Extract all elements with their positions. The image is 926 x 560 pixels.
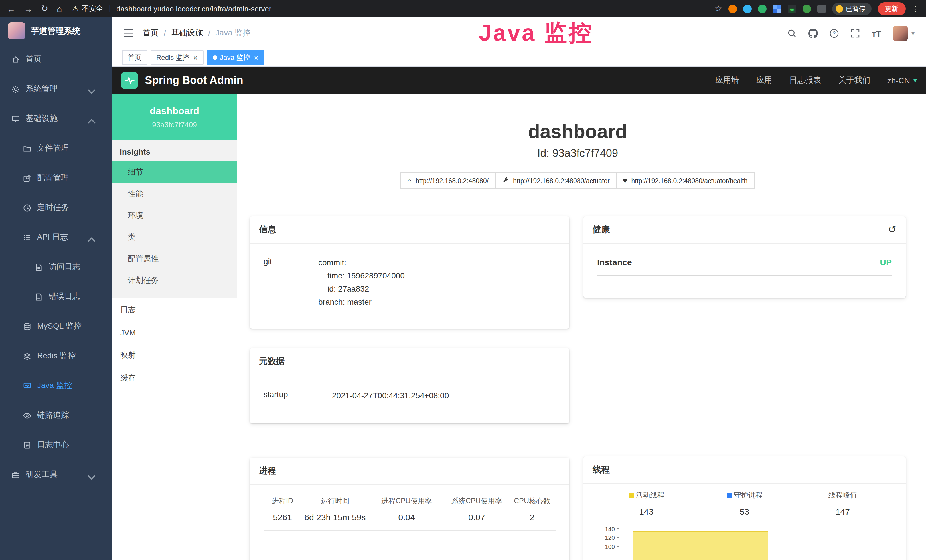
chevron-up-icon xyxy=(87,117,96,126)
instance-header[interactable]: dashboard 93a3fc7f7409 xyxy=(112,94,237,140)
instance-id: 93a3fc7f7409 xyxy=(152,120,197,129)
sidebar-item-error-logs[interactable]: 错误日志 xyxy=(0,282,112,312)
home-icon: ⌂ xyxy=(407,177,412,184)
process-col-process-cpu: 进程CPU使用率 0.04 xyxy=(369,496,445,522)
sidebar-item-dev-tools[interactable]: 研发工具 xyxy=(0,460,112,490)
font-size-icon[interactable]: тT xyxy=(872,28,881,38)
app-title: 芋道管理系统 xyxy=(31,26,80,36)
history-icon[interactable]: ↺ xyxy=(888,225,897,235)
sba-nav-about[interactable]: 关于我们 xyxy=(838,75,870,86)
tab-close-icon[interactable]: × xyxy=(254,54,259,61)
sidebar-item-config-management[interactable]: 配置管理 xyxy=(0,163,112,193)
extension-icon-drop[interactable] xyxy=(743,4,752,13)
sba-nav-applications[interactable]: 应用 xyxy=(756,75,772,86)
sba-menu-item-caches[interactable]: 缓存 xyxy=(112,367,237,390)
caret-down-icon: ▾ xyxy=(911,29,915,37)
sba-menu-item-config-props[interactable]: 配置属性 xyxy=(112,248,237,270)
card-info: 信息 git commit: time: 1596289704000 xyxy=(250,216,569,328)
sidebar-item-log-center[interactable]: 日志中心 xyxy=(0,430,112,460)
legend-swatch-live xyxy=(628,493,633,498)
instance-link-actuator[interactable]: http://192.168.0.2:48080/actuator xyxy=(495,172,617,189)
sba-menu-item-metrics[interactable]: 性能 xyxy=(112,183,237,205)
card-threads: 线程 活动线程 143 xyxy=(584,456,905,560)
user-menu[interactable]: ▾ xyxy=(893,26,915,41)
extension-icon-leaf[interactable] xyxy=(802,4,811,13)
sba-instance-menu: dashboard 93a3fc7f7409 Insights 细节 性能 环境… xyxy=(112,94,237,560)
url-text[interactable]: dashboard.yudao.iocoder.cn/infra/admin-s… xyxy=(117,4,271,13)
sidebar-item-java-monitor[interactable]: Java 监控 xyxy=(0,371,112,401)
sba-brand[interactable]: Spring Boot Admin xyxy=(145,74,243,87)
process-col-system-cpu: 系统CPU使用率 0.07 xyxy=(445,496,509,522)
hamburger-icon[interactable] xyxy=(123,29,133,37)
sidebar-item-mysql-monitor[interactable]: MySQL 监控 xyxy=(0,312,112,341)
instance-link-service[interactable]: ⌂ http://192.168.0.2:48080/ xyxy=(400,172,496,189)
sidebar-item-system[interactable]: 系统管理 xyxy=(0,74,112,104)
instance-name: dashboard xyxy=(150,105,199,117)
extension-icon-on[interactable]: on xyxy=(788,4,796,13)
sba-menu-item-details[interactable]: 细节 xyxy=(112,162,237,183)
back-button[interactable]: ← xyxy=(7,4,15,14)
gear-icon xyxy=(11,85,20,93)
sba-logo-icon[interactable] xyxy=(121,72,138,89)
process-col-uptime: 运行时间 6d 23h 15m 59s xyxy=(301,496,369,522)
sba-header: Spring Boot Admin 应用墙 应用 日志报表 关于我们 zh-CN… xyxy=(112,67,926,94)
tab-java-monitor[interactable]: Java 监控 × xyxy=(207,50,264,65)
sidebar-item-tracing[interactable]: 链路追踪 xyxy=(0,401,112,430)
threads-chart-yaxis: 140 120 100 xyxy=(597,524,620,560)
extension-icon-grid[interactable] xyxy=(773,4,781,13)
sba-lang-select[interactable]: zh-CN ▾ xyxy=(888,76,917,85)
extension-icon-vue[interactable] xyxy=(758,4,767,13)
breadcrumb-item-infrastructure[interactable]: 基础设施 xyxy=(171,28,203,38)
update-button[interactable]: 更新 xyxy=(878,2,905,15)
tab-redis-monitor[interactable]: Redis 监控 × xyxy=(151,50,203,65)
log-icon xyxy=(23,441,31,449)
sba-nav-wallboard[interactable]: 应用墙 xyxy=(715,75,739,86)
home-button[interactable]: ⌂ xyxy=(57,4,62,14)
sba-menu-item-logs[interactable]: 日志 xyxy=(112,298,237,321)
search-icon[interactable] xyxy=(787,28,797,38)
card-title: 信息 xyxy=(259,224,276,235)
user-avatar xyxy=(893,26,908,41)
extension-icon-orange[interactable] xyxy=(728,4,737,13)
breadcrumb-item-current: Java 监控 xyxy=(216,28,251,38)
fullscreen-icon[interactable] xyxy=(851,28,860,38)
sidebar-item-api-logs[interactable]: API 日志 xyxy=(0,222,112,252)
legend-item-peak: 线程峰值 147 xyxy=(794,491,892,516)
sidebar-item-infrastructure[interactable]: 基础设施 xyxy=(0,104,112,133)
screen: ← → ↻ ⌂ ⚠ 不安全 | dashboard.yudao.iocoder.… xyxy=(0,0,926,560)
forward-button[interactable]: → xyxy=(24,4,33,14)
monitor-icon xyxy=(11,114,20,123)
sidebar-item-file-management[interactable]: 文件管理 xyxy=(0,133,112,163)
browser-menu-icon[interactable]: ⋮ xyxy=(912,4,919,13)
instance-link-health[interactable]: ♥ http://192.168.0.2:48080/actuator/heal… xyxy=(616,172,754,189)
sba-menu-item-jvm[interactable]: JVM xyxy=(112,321,237,344)
extension-icon-puzzle[interactable] xyxy=(817,4,826,13)
sba-content: dashboard Id: 93a3fc7f7409 ⌂ http://192.… xyxy=(237,94,926,560)
sidebar-item-access-logs[interactable]: 访问日志 xyxy=(0,252,112,282)
sba-nav-journal[interactable]: 日志报表 xyxy=(790,75,822,86)
sba-menu-item-classes[interactable]: 类 xyxy=(112,227,237,248)
warning-icon: ⚠ xyxy=(72,5,79,12)
sba-menu-item-mappings[interactable]: 映射 xyxy=(112,344,237,367)
bookmark-star-icon[interactable]: ☆ xyxy=(714,3,722,14)
reload-button[interactable]: ↻ xyxy=(41,3,48,14)
help-icon[interactable]: ? xyxy=(830,28,839,38)
document-icon xyxy=(34,292,43,301)
sidebar-item-scheduled-tasks[interactable]: 定时任务 xyxy=(0,193,112,222)
card-health: 健康 ↺ Instance UP xyxy=(584,216,905,298)
tab-close-icon[interactable]: × xyxy=(194,54,198,61)
security-indicator[interactable]: ⚠ 不安全 | xyxy=(72,4,113,14)
app-logo[interactable]: 芋道管理系统 xyxy=(0,17,112,44)
breadcrumb-item-home[interactable]: 首页 xyxy=(142,28,159,38)
tab-home[interactable]: 首页 xyxy=(122,50,147,65)
sidebar-item-home[interactable]: 首页 xyxy=(0,44,112,74)
sba-menu-group-insights[interactable]: Insights xyxy=(112,140,237,162)
sba-menu-item-scheduled[interactable]: 计划任务 xyxy=(112,270,237,292)
sidebar: 芋道管理系统 首页 系统管理 基础设施 文件管理 配 xyxy=(0,17,112,560)
chevron-up-icon xyxy=(87,236,96,244)
card-title: 元数据 xyxy=(259,356,284,367)
github-icon[interactable] xyxy=(808,28,818,38)
sidebar-item-redis-monitor[interactable]: Redis 监控 xyxy=(0,341,112,371)
paused-badge[interactable]: 已暂停 xyxy=(832,3,871,15)
sba-menu-item-environment[interactable]: 环境 xyxy=(112,205,237,227)
